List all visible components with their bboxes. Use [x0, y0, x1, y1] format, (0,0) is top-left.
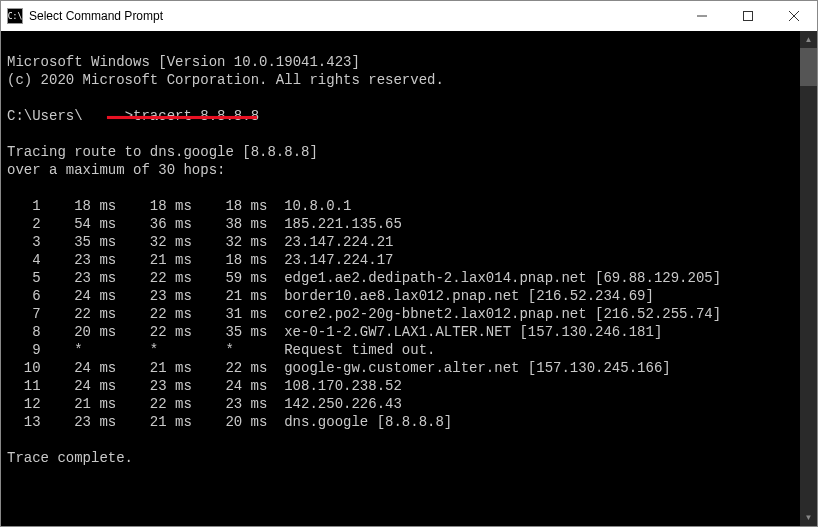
cmd-icon-text: C:\	[8, 12, 22, 21]
hop-time-3: 18 ms	[192, 251, 268, 269]
hop-time-3: 23 ms	[192, 395, 268, 413]
scroll-thumb[interactable]	[800, 48, 817, 86]
trace-complete: Trace complete.	[7, 450, 133, 466]
hop-row: 1124 ms23 ms24 ms108.170.238.52	[7, 377, 794, 395]
hop-destination: xe-0-1-2.GW7.LAX1.ALTER.NET [157.130.246…	[284, 323, 662, 341]
header-line-1: Microsoft Windows [Version 10.0.19041.42…	[7, 54, 360, 70]
maximize-button[interactable]	[725, 1, 771, 31]
hop-number: 10	[7, 359, 41, 377]
terminal-area: Microsoft Windows [Version 10.0.19041.42…	[1, 31, 817, 526]
hop-number: 5	[7, 269, 41, 287]
hop-number: 8	[7, 323, 41, 341]
close-button[interactable]	[771, 1, 817, 31]
hop-row: 9* * * Request timed out.	[7, 341, 794, 359]
hop-time-2: 22 ms	[116, 305, 192, 323]
hop-row: 523 ms22 ms59 msedge1.ae2.dedipath-2.lax…	[7, 269, 794, 287]
command-underline-annotation	[107, 116, 257, 119]
minimize-button[interactable]	[679, 1, 725, 31]
vertical-scrollbar[interactable]: ▲ ▼	[800, 31, 817, 526]
hop-time-1: 21 ms	[41, 395, 117, 413]
hop-time-1: 24 ms	[41, 287, 117, 305]
scroll-up-button[interactable]: ▲	[800, 31, 817, 48]
hop-row: 423 ms21 ms18 ms23.147.224.17	[7, 251, 794, 269]
hop-row: 1323 ms21 ms20 msdns.google [8.8.8.8]	[7, 413, 794, 431]
hop-destination: Request timed out.	[284, 341, 435, 359]
command-prompt-window: C:\ Select Command Prompt Microsoft Wind…	[0, 0, 818, 527]
hop-destination: 10.8.0.1	[284, 197, 351, 215]
hop-number: 11	[7, 377, 41, 395]
hop-number: 4	[7, 251, 41, 269]
hop-time-1: 23 ms	[41, 413, 117, 431]
hop-time-2: 21 ms	[116, 251, 192, 269]
hop-time-2: 22 ms	[116, 323, 192, 341]
svg-rect-1	[744, 12, 753, 21]
hop-destination: 108.170.238.52	[284, 377, 402, 395]
hop-time-2: 23 ms	[116, 377, 192, 395]
cmd-icon: C:\	[7, 8, 23, 24]
hop-number: 3	[7, 233, 41, 251]
hop-row: 1024 ms21 ms22 msgoogle-gw.customer.alte…	[7, 359, 794, 377]
hop-time-3: 20 ms	[192, 413, 268, 431]
hop-number: 1	[7, 197, 41, 215]
hop-destination: 185.221.135.65	[284, 215, 402, 233]
hop-number: 12	[7, 395, 41, 413]
window-title: Select Command Prompt	[29, 9, 163, 23]
tracing-line-2: over a maximum of 30 hops:	[7, 162, 225, 178]
hop-time-2: 21 ms	[116, 413, 192, 431]
hop-time-3: 18 ms	[192, 197, 268, 215]
hop-time-1: 54 ms	[41, 215, 117, 233]
hop-time-3: 59 ms	[192, 269, 268, 287]
titlebar[interactable]: C:\ Select Command Prompt	[1, 1, 817, 31]
hop-time-3: 35 ms	[192, 323, 268, 341]
blank-line	[7, 125, 794, 143]
hop-time-2: 21 ms	[116, 359, 192, 377]
header-line-2: (c) 2020 Microsoft Corporation. All righ…	[7, 72, 444, 88]
hop-time-3: 32 ms	[192, 233, 268, 251]
hop-number: 6	[7, 287, 41, 305]
hop-time-1: 20 ms	[41, 323, 117, 341]
hop-time-1: 23 ms	[41, 269, 117, 287]
scroll-down-button[interactable]: ▼	[800, 509, 817, 526]
hop-time-2: *	[116, 341, 192, 359]
hop-number: 9	[7, 341, 41, 359]
hop-destination: 23.147.224.21	[284, 233, 393, 251]
hop-destination: 23.147.224.17	[284, 251, 393, 269]
hop-row: 722 ms22 ms31 mscore2.po2-20g-bbnet2.lax…	[7, 305, 794, 323]
maximize-icon	[743, 11, 753, 21]
hop-time-1: 24 ms	[41, 359, 117, 377]
hop-time-2: 23 ms	[116, 287, 192, 305]
hop-row: 335 ms32 ms32 ms23.147.224.21	[7, 233, 794, 251]
hop-number: 7	[7, 305, 41, 323]
hop-time-2: 22 ms	[116, 395, 192, 413]
hop-number: 2	[7, 215, 41, 233]
hop-destination: edge1.ae2.dedipath-2.lax014.pnap.net [69…	[284, 269, 721, 287]
hop-time-1: 35 ms	[41, 233, 117, 251]
hop-time-3: 21 ms	[192, 287, 268, 305]
hop-row: 820 ms22 ms35 msxe-0-1-2.GW7.LAX1.ALTER.…	[7, 323, 794, 341]
hop-time-1: 24 ms	[41, 377, 117, 395]
hop-destination: 142.250.226.43	[284, 395, 402, 413]
blank-line	[7, 179, 794, 197]
hop-time-1: *	[41, 341, 117, 359]
minimize-icon	[697, 11, 707, 21]
hop-time-1: 22 ms	[41, 305, 117, 323]
blank-line	[7, 431, 794, 449]
hop-row: 118 ms18 ms18 ms10.8.0.1	[7, 197, 794, 215]
hop-row: 624 ms23 ms21 msborder10.ae8.lax012.pnap…	[7, 287, 794, 305]
hop-time-2: 22 ms	[116, 269, 192, 287]
hop-destination: core2.po2-20g-bbnet2.lax012.pnap.net [21…	[284, 305, 721, 323]
hop-row: 1221 ms22 ms23 ms142.250.226.43	[7, 395, 794, 413]
close-icon	[789, 11, 799, 21]
hop-time-2: 36 ms	[116, 215, 192, 233]
hop-time-1: 23 ms	[41, 251, 117, 269]
tracing-line-1: Tracing route to dns.google [8.8.8.8]	[7, 144, 318, 160]
hop-time-3: 24 ms	[192, 377, 268, 395]
terminal-output[interactable]: Microsoft Windows [Version 10.0.19041.42…	[1, 31, 800, 526]
hop-time-3: 22 ms	[192, 359, 268, 377]
hop-destination: dns.google [8.8.8.8]	[284, 413, 452, 431]
blank-line	[7, 89, 794, 107]
hop-time-1: 18 ms	[41, 197, 117, 215]
hop-time-3: 38 ms	[192, 215, 268, 233]
hop-time-2: 32 ms	[116, 233, 192, 251]
hop-time-3: *	[192, 341, 268, 359]
